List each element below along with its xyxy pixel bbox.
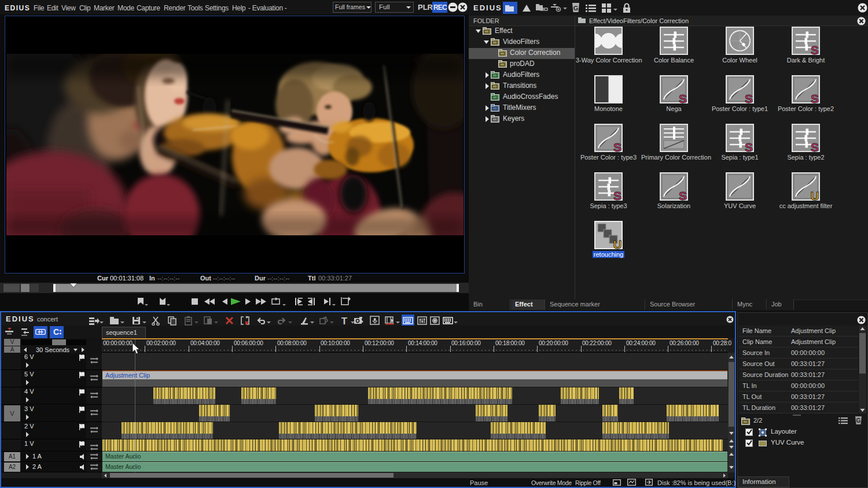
svg-text:U: U (810, 189, 819, 202)
svg-text:G: G (856, 417, 861, 424)
svg-text:S: S (679, 92, 687, 105)
svg-text:S: S (613, 189, 621, 202)
svg-text:S: S (613, 141, 621, 154)
svg-text:G: G (573, 5, 579, 12)
svg-text:S: S (811, 141, 819, 154)
svg-text:S: S (811, 92, 819, 105)
svg-text:S: S (745, 141, 753, 154)
svg-text:U: U (613, 238, 621, 251)
svg-text:S: S (745, 92, 753, 105)
svg-text:C: C (53, 328, 59, 336)
svg-text:S: S (679, 189, 687, 202)
svg-text:S: S (811, 43, 819, 57)
